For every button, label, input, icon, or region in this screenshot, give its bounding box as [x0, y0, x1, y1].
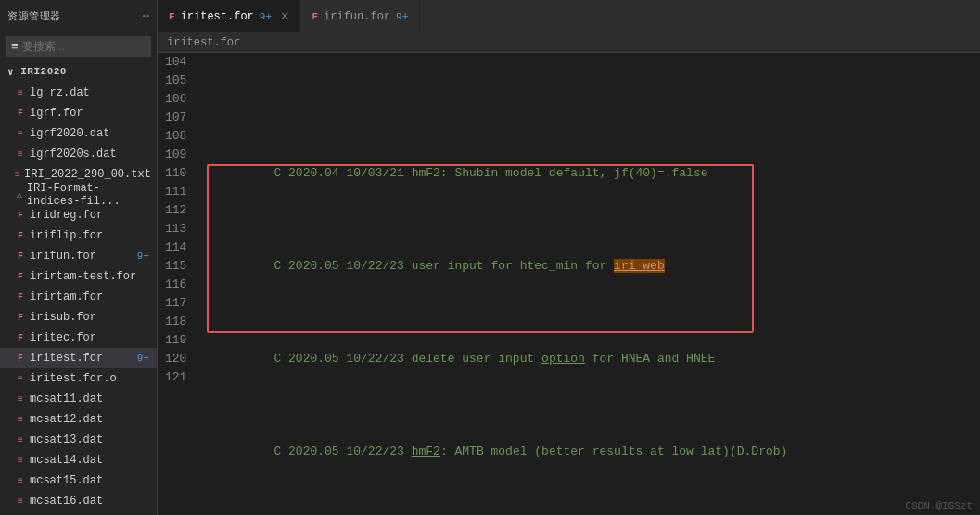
breadcrumb: iritest.for — [167, 36, 240, 49]
tab-close-icon[interactable]: × — [281, 9, 288, 24]
list-item-active[interactable]: F iritest.for 9+ ➜ — [0, 348, 157, 368]
tab-label2: irifun.for — [324, 10, 390, 23]
file-name: mcsat12.dat — [30, 413, 103, 426]
list-item[interactable]: Firidreg.for — [0, 205, 157, 225]
list-item[interactable]: ≡lg_rz.dat — [0, 83, 157, 103]
file-name: mcsat16.dat — [30, 495, 103, 508]
tab-label: iritest.for — [181, 10, 254, 23]
tabs-area: F iritest.for 9+ × F irifun.for 9+ — [158, 0, 980, 32]
code-content: C 2020.04 10/03/21 hmF2: Shubin model de… — [197, 53, 980, 515]
code-underline2: hmF2 — [412, 444, 440, 458]
list-item[interactable]: ≡mcsat17.dat — [0, 511, 157, 515]
code-highlight: iri_web — [614, 259, 665, 273]
search-icon: ≡ — [11, 40, 19, 54]
code-text: C 2020.05 10/22/23 user input for htec_m… — [274, 259, 614, 273]
file-icon: ≡ — [15, 170, 20, 180]
editor-wrapper: iritest.for 104 105 106 107 108 109 110 … — [158, 32, 980, 515]
watermark: CSDN @IGSzt — [905, 500, 973, 511]
file-name: irifun.for — [30, 250, 96, 263]
file-icon: F — [15, 354, 26, 364]
file-icon: F — [15, 251, 26, 262]
file-name: irisub.for — [30, 311, 96, 324]
file-icon: F — [15, 313, 26, 323]
file-name: irirtam-test.for — [30, 270, 136, 283]
line-num: 106 — [165, 90, 186, 109]
file-icon: F — [15, 333, 26, 343]
breadcrumb-bar: iritest.for — [158, 32, 980, 53]
file-name: mcsat13.dat — [30, 433, 103, 446]
list-item[interactable]: Firisub.for — [0, 307, 157, 328]
line-num: 109 — [165, 146, 186, 164]
chevron-down-icon: ∨ — [7, 66, 14, 78]
list-item[interactable]: Firirtam.for — [0, 287, 157, 307]
line-num: 104 — [165, 53, 186, 71]
line-num: 117 — [165, 294, 186, 313]
code-container[interactable]: 104 105 106 107 108 109 110 111 112 113 … — [158, 53, 980, 515]
line-num: 121 — [165, 368, 186, 387]
line-num: 108 — [165, 127, 186, 146]
list-item[interactable]: Figrf.for — [0, 103, 157, 123]
list-item[interactable]: ≡mcsat15.dat — [0, 470, 157, 491]
code-line-106: C 2020.05 10/22/23 delete user input opt… — [201, 331, 980, 387]
sidebar-title-text: 资源管理器 — [7, 9, 61, 23]
file-icon: F — [15, 231, 26, 241]
search-input[interactable] — [22, 40, 158, 53]
file-icon: F — [15, 211, 26, 221]
list-item[interactable]: ≡mcsat11.dat — [0, 389, 157, 409]
file-icon: ≡ — [15, 456, 26, 466]
list-item[interactable]: Firiflip.for — [0, 225, 157, 246]
list-item[interactable]: Firitec.for — [0, 328, 157, 348]
code-line-107: C 2020.05 10/22/23 hmF2: AMTB model (bet… — [201, 424, 980, 480]
line-num: 113 — [165, 220, 186, 238]
file-icon: ≡ — [15, 374, 26, 384]
main-content: ≡ ⊞ × ∨ IRI2020 ≡lg_rz.dat Figrf.for ≡ig… — [0, 32, 980, 515]
line-num: 116 — [165, 276, 186, 294]
file-icon: ≡ — [15, 415, 26, 425]
file-name: iriflip.for — [30, 229, 103, 242]
sidebar-folder-header: ∨ IRI2020 — [0, 60, 157, 83]
list-item[interactable]: ≡mcsat13.dat — [0, 430, 157, 450]
code-text: C 2020.05 10/22/23 — [274, 444, 411, 458]
list-item[interactable]: ≡mcsat14.dat — [0, 450, 157, 470]
list-item[interactable]: Firirtam-test.for — [0, 266, 157, 287]
code-line-104: C 2020.04 10/03/21 hmF2: Shubin model de… — [201, 146, 980, 201]
tab-file-icon2: F — [312, 11, 318, 22]
file-name: lg_rz.dat — [30, 86, 90, 99]
file-name: igrf.for — [30, 107, 83, 120]
file-icon: ≡ — [15, 149, 26, 160]
file-icon: ≡ — [15, 476, 26, 486]
list-item[interactable]: ≡mcsat16.dat — [0, 491, 157, 511]
file-badge: 9+ — [137, 353, 149, 364]
file-name: mcsat15.dat — [30, 474, 103, 487]
file-list: ≡lg_rz.dat Figrf.for ≡igrf2020.dat ≡igrf… — [0, 83, 157, 515]
sidebar: ≡ ⊞ × ∨ IRI2020 ≡lg_rz.dat Figrf.for ≡ig… — [0, 32, 158, 515]
line-num: 110 — [165, 164, 186, 183]
list-item[interactable]: ⚠IRI-Format-indices-fil... — [0, 185, 157, 205]
list-item[interactable]: Firifun.for9+ — [0, 246, 157, 266]
file-name: iritest.for.o — [30, 372, 117, 385]
list-item[interactable]: ≡mcsat12.dat — [0, 409, 157, 430]
code-text: C 2020.05 10/22/23 delete user input — [274, 352, 541, 366]
tab-irifun[interactable]: F irifun.for 9+ — [300, 0, 420, 32]
file-badge: 9+ — [137, 251, 149, 262]
folder-label: IRI2020 — [20, 66, 67, 77]
tab-iritest[interactable]: F iritest.for 9+ × — [158, 0, 300, 32]
search-bar[interactable]: ≡ ⊞ × — [6, 36, 151, 57]
file-name: IRI_2022_290_00.txt — [24, 168, 151, 181]
file-name: IRI-Format-indices-fil... — [27, 182, 149, 208]
file-icon: ≡ — [15, 129, 26, 139]
list-item[interactable]: ≡igrf2020s.dat — [0, 144, 157, 164]
file-icon: ≡ — [15, 496, 26, 507]
list-item[interactable]: ≡iritest.for.o — [0, 368, 157, 389]
line-num: 120 — [165, 350, 186, 368]
tab-badge: 9+ — [260, 11, 272, 22]
title-bar: 资源管理器 ⋯ F iritest.for 9+ × F irifun.for … — [0, 0, 980, 32]
list-item[interactable]: ≡igrf2020.dat — [0, 123, 157, 144]
file-icon: ≡ — [15, 435, 26, 445]
line-num: 119 — [165, 331, 186, 350]
new-file-icon[interactable]: ⋯ — [143, 9, 149, 23]
code-line-105: C 2020.05 10/22/23 user input for htec_m… — [201, 238, 980, 294]
line-num: 114 — [165, 238, 186, 257]
line-num: 115 — [165, 257, 186, 276]
line-numbers: 104 105 106 107 108 109 110 111 112 113 … — [158, 53, 197, 515]
